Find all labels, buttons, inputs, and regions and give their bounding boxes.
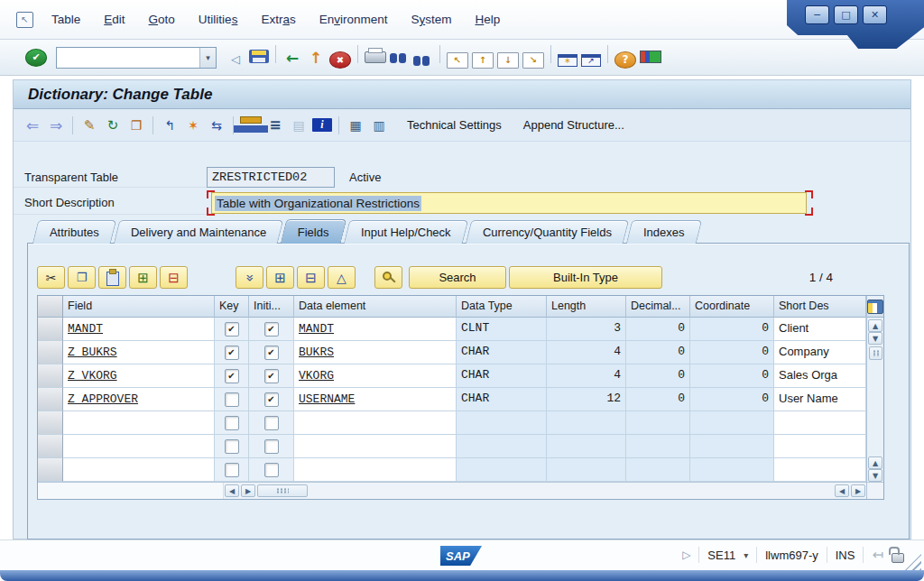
- copy-object-icon[interactable]: ❐: [126, 115, 146, 135]
- vertical-scroll-thumb[interactable]: [869, 346, 882, 360]
- key-checkbox[interactable]: [225, 439, 239, 454]
- field-link-cell[interactable]: Z_BUKRS: [63, 341, 215, 364]
- initial-checkbox[interactable]: ✔: [264, 346, 279, 360]
- short-description-cell[interactable]: [774, 435, 866, 458]
- sort-up-icon[interactable]: △: [328, 266, 356, 289]
- technical-settings-button[interactable]: Technical Settings: [407, 118, 502, 132]
- command-field[interactable]: [57, 48, 199, 68]
- data-element-link-cell[interactable]: USERNAME: [294, 388, 457, 411]
- field-link-cell[interactable]: [63, 458, 215, 482]
- transaction-dropdown-icon[interactable]: ▾: [744, 550, 748, 560]
- data-element-link-cell[interactable]: MANDT: [294, 318, 457, 341]
- tab-currency-quantity-fields[interactable]: Currency/Quantity Fields: [465, 220, 629, 244]
- horizontal-scroll-thumb[interactable]: [257, 484, 308, 497]
- column-header-field[interactable]: Field: [63, 296, 215, 318]
- tab-attributes[interactable]: Attributes: [32, 220, 116, 244]
- menu-environment[interactable]: Environment: [319, 13, 388, 26]
- find-next-icon[interactable]: +: [413, 56, 433, 66]
- previous-page-icon[interactable]: ↑: [472, 52, 494, 69]
- previous-object-icon[interactable]: ⇐: [23, 115, 42, 135]
- delete-line-icon[interactable]: ⊟: [297, 266, 325, 289]
- row-selector[interactable]: [38, 318, 63, 341]
- data-element-link-cell[interactable]: [294, 411, 457, 435]
- transparent-table-field[interactable]: ZRESTRICTED02: [207, 167, 335, 188]
- scroll-right-end-button[interactable]: ▶: [851, 484, 865, 497]
- length-cell[interactable]: [547, 411, 626, 435]
- collapse-command-field-icon[interactable]: ◁: [226, 50, 245, 69]
- field-link-cell[interactable]: [63, 435, 215, 458]
- insert-row-icon[interactable]: ⊞: [129, 266, 157, 289]
- data-type-cell[interactable]: [457, 435, 547, 458]
- cancel-icon[interactable]: ✖: [329, 51, 351, 69]
- select-block-icon[interactable]: »: [236, 266, 263, 289]
- coordinate-cell[interactable]: 0: [690, 341, 774, 364]
- enter-icon[interactable]: ✔: [25, 49, 47, 67]
- last-page-icon[interactable]: ↘: [522, 52, 544, 69]
- help-icon[interactable]: ?: [614, 51, 636, 69]
- new-session-icon[interactable]: ∗: [558, 54, 578, 67]
- column-header-key[interactable]: Key: [215, 296, 249, 318]
- maximize-button[interactable]: □: [834, 5, 858, 24]
- display-change-icon[interactable]: ✎: [79, 115, 99, 135]
- data-element-link-cell[interactable]: VKORG: [294, 364, 457, 388]
- data-type-cell[interactable]: CHAR: [457, 388, 547, 411]
- short-description-field[interactable]: Table with Organizational Restrictions: [211, 192, 807, 214]
- print-icon[interactable]: [365, 51, 386, 63]
- data-element-link-cell[interactable]: [294, 435, 457, 458]
- decimals-cell[interactable]: 0: [626, 364, 690, 388]
- decimals-cell[interactable]: 0: [626, 318, 690, 341]
- decimals-cell[interactable]: 0: [626, 341, 690, 364]
- short-description-cell[interactable]: User Name: [774, 388, 866, 411]
- short-description-cell[interactable]: Company: [774, 341, 866, 364]
- menu-table[interactable]: Table: [51, 13, 80, 26]
- column-header-data-type[interactable]: Data Type: [457, 296, 547, 318]
- menu-help[interactable]: Help: [475, 13, 500, 26]
- where-used-icon[interactable]: ↰: [160, 115, 180, 135]
- row-selector[interactable]: [38, 458, 63, 482]
- status-expand-icon[interactable]: ▷: [682, 549, 690, 561]
- initial-checkbox[interactable]: [264, 439, 279, 454]
- column-header-length[interactable]: Length: [547, 296, 626, 318]
- scroll-right-button[interactable]: ▶: [241, 484, 255, 497]
- save-icon[interactable]: [249, 50, 269, 63]
- data-type-cell[interactable]: [457, 458, 547, 482]
- customize-layout-icon[interactable]: [640, 51, 661, 63]
- length-cell[interactable]: [547, 435, 626, 458]
- menu-extras[interactable]: Extras: [261, 13, 295, 26]
- column-header-decimal[interactable]: Decimal...: [626, 296, 690, 318]
- builtin-type-button[interactable]: Built-In Type: [509, 266, 662, 289]
- initial-checkbox[interactable]: [264, 463, 279, 477]
- find-icon[interactable]: [390, 53, 410, 63]
- coordinate-cell[interactable]: [690, 435, 774, 458]
- length-cell[interactable]: 3: [547, 318, 626, 341]
- display-table-icon[interactable]: ▤: [289, 115, 309, 135]
- documentation-icon[interactable]: i: [312, 118, 332, 132]
- short-description-cell[interactable]: [774, 411, 866, 435]
- column-header-coordinate[interactable]: Coordinate: [690, 296, 774, 318]
- close-button[interactable]: ✕: [863, 5, 887, 24]
- back-icon[interactable]: ←: [282, 48, 302, 68]
- data-element-link[interactable]: MANDT: [299, 322, 334, 336]
- field-link[interactable]: Z_VKORG: [68, 369, 117, 383]
- row-selector[interactable]: [38, 411, 63, 435]
- insert-line-icon[interactable]: ⊞: [266, 266, 294, 289]
- database-utility-icon[interactable]: ▦: [346, 115, 365, 135]
- data-element-link[interactable]: BUKRS: [299, 346, 334, 359]
- column-header-data-element[interactable]: Data element: [294, 296, 457, 318]
- scroll-up-end-button[interactable]: ▲: [868, 456, 882, 469]
- object-list-icon[interactable]: ≡: [265, 115, 285, 135]
- decimals-cell[interactable]: [626, 435, 690, 458]
- tab-input-help-check[interactable]: Input Help/Check: [344, 220, 468, 244]
- initial-checkbox[interactable]: [264, 416, 279, 430]
- select-all-cell[interactable]: [38, 296, 63, 318]
- scroll-left-button[interactable]: ◀: [225, 484, 239, 497]
- coordinate-cell[interactable]: [690, 458, 774, 482]
- field-link-cell[interactable]: [63, 411, 215, 435]
- coordinate-cell[interactable]: 0: [690, 388, 774, 411]
- row-selector[interactable]: [38, 341, 63, 364]
- length-cell[interactable]: 4: [547, 341, 626, 364]
- exit-icon[interactable]: ↑: [306, 48, 326, 68]
- transaction-code[interactable]: SE11: [707, 549, 735, 562]
- short-description-cell[interactable]: [774, 458, 866, 482]
- append-structure-button[interactable]: Append Structure...: [523, 118, 624, 132]
